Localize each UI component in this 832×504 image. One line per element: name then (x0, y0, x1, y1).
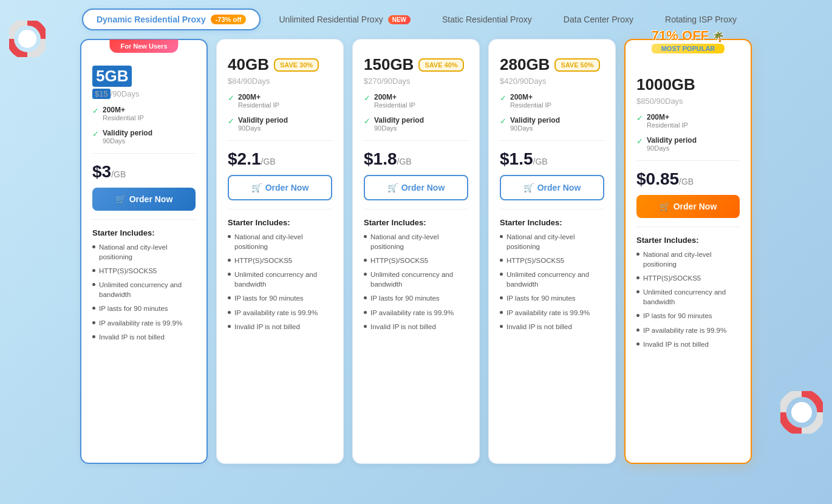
price-value: $84 (228, 77, 241, 86)
ip-type: Residential IP (238, 101, 279, 109)
starter-item: IP availability rate is 99.9% (364, 308, 468, 318)
cart-icon: 🛒 (660, 202, 670, 211)
nav-tab-static[interactable]: Static Residential Proxy (429, 10, 545, 29)
cart-icon: 🛒 (251, 183, 262, 192)
card-price: $850/90Days (636, 95, 740, 106)
starter-item: National and city-level positioning (636, 250, 740, 269)
order-now-button[interactable]: 🛒 Order Now (92, 188, 196, 211)
card-divider (92, 153, 196, 154)
bullet-icon (500, 325, 503, 328)
order-btn-label: Order Now (537, 183, 581, 192)
ip-count: 200M+ (510, 93, 551, 101)
bullet-icon (364, 235, 367, 238)
price-per-gb: $2.1/GB (228, 149, 332, 169)
starter-title: Starter Includes: (228, 218, 332, 227)
bullet-icon (500, 311, 503, 314)
starter-item: National and city-level positioning (228, 232, 332, 251)
starter-item-text: Unlimited concurrency and bandwidth (99, 280, 196, 299)
validity-label: Validity period (374, 116, 424, 124)
starter-item-text: IP availability rate is 99.9% (370, 308, 454, 318)
bullet-icon (228, 325, 231, 328)
starter-item: HTTP(S)/SOCKS5 (500, 256, 604, 265)
check-icon-2: ✓ (92, 129, 99, 138)
validity-label: Validity period (510, 116, 560, 124)
card-gb: 1000GB (636, 75, 740, 94)
ip-feature: ✓ 200M+ Residential IP (364, 93, 468, 109)
decorative-lifebelt-right (780, 391, 823, 434)
ppgb-unit: /GB (397, 157, 412, 166)
starter-item-text: National and city-level positioning (99, 242, 196, 262)
starter-item-text: Unlimited concurrency and bandwidth (370, 270, 468, 289)
price-per-gb: $1.8/GB (364, 149, 468, 169)
starter-item: Invalid IP is not billed (228, 322, 332, 332)
order-btn-label: Order Now (129, 194, 173, 204)
card-price: $420/90Days (500, 75, 604, 86)
card-gb: 150GBSAVE 40% (364, 55, 468, 74)
bullet-icon (500, 296, 503, 299)
starter-item: HTTP(S)/SOCKS5 (228, 256, 332, 265)
starter-item: Invalid IP is not billed (92, 332, 196, 342)
validity-days: 90Days (647, 145, 697, 152)
validity-days: 90Days (374, 124, 424, 132)
starter-item: IP availability rate is 99.9% (228, 308, 332, 318)
starter-item-text: IP availability rate is 99.9% (643, 325, 726, 335)
validity-feature: ✓ Validity period 90Days (636, 136, 740, 152)
validity-label: Validity period (103, 129, 152, 137)
starter-item-text: IP lasts for 90 minutes (99, 304, 168, 313)
starter-item-text: IP availability rate is 99.9% (234, 308, 318, 318)
starter-item-text: HTTP(S)/SOCKS5 (506, 256, 564, 265)
nav-tab-label: Static Residential Proxy (442, 15, 532, 24)
order-now-button[interactable]: 🛒 Order Now (364, 175, 468, 200)
bullet-icon (228, 311, 231, 314)
bullet-icon (92, 283, 95, 286)
card-price: $84/90Days (228, 75, 332, 86)
nav-tab-unlimited[interactable]: Unlimited Residential ProxyNEW (265, 10, 424, 29)
order-now-button[interactable]: 🛒 Order Now (500, 175, 604, 200)
card-divider-2 (364, 209, 468, 209)
order-now-button[interactable]: 🛒 Order Now (228, 175, 332, 200)
nav-tab-dynamic[interactable]: Dynamic Residential Proxy-73% off (82, 9, 261, 30)
bullet-icon (636, 276, 639, 279)
ppgb-unit: /GB (111, 169, 126, 179)
starter-title: Starter Includes: (636, 236, 740, 245)
starter-item-text: IP availability rate is 99.9% (99, 318, 182, 328)
order-btn-label: Order Now (265, 183, 309, 192)
validity-days: 90Days (238, 124, 288, 132)
bullet-icon (228, 296, 231, 299)
bullet-icon (364, 325, 367, 328)
ppgb-unit: /GB (261, 157, 276, 166)
starter-item-text: National and city-level positioning (234, 232, 332, 251)
ppgb-unit: /GB (533, 157, 548, 166)
bullet-icon (92, 307, 95, 310)
check-icon: ✓ (500, 94, 506, 103)
card-gb: 40GBSAVE 30% (228, 55, 332, 74)
svg-point-3 (791, 402, 812, 423)
cart-icon: 🛒 (115, 194, 126, 204)
price-per-gb: $3/GB (92, 162, 196, 182)
bullet-icon (364, 296, 367, 299)
price-value: $850 (636, 97, 654, 106)
bullet-icon (500, 259, 503, 262)
starter-item-text: HTTP(S)/SOCKS5 (643, 273, 701, 283)
check-icon-2: ✓ (636, 137, 643, 146)
bullet-icon (364, 259, 367, 262)
starter-item: Unlimited concurrency and bandwidth (228, 270, 332, 289)
pricing-card-plan-40gb: 40GBSAVE 30%$84/90Days ✓ 200M+ Residenti… (216, 39, 344, 464)
nav-tab-label: Dynamic Residential Proxy (97, 15, 206, 24)
order-now-button[interactable]: 🛒 Order Now (636, 195, 740, 218)
starter-item-text: Unlimited concurrency and bandwidth (506, 270, 604, 289)
starter-item-text: Unlimited concurrency and bandwidth (234, 270, 332, 289)
nav-tab-datacenter[interactable]: Data Center Proxy (550, 10, 647, 29)
check-icon: ✓ (636, 114, 643, 123)
starter-item: Unlimited concurrency and bandwidth (364, 270, 468, 289)
validity-feature: ✓ Validity period 90Days (364, 116, 468, 132)
card-divider-2 (228, 209, 332, 209)
nav-tab-badge-dynamic: -73% off (211, 15, 247, 24)
pricing-card-plan-1000gb: 71% OFF 🌴 MOST POPULAR 1000GB$850/90Days… (624, 39, 752, 464)
decorative-lifebelt-left (9, 21, 46, 57)
nav-tab-rotating[interactable]: Rotating ISP Proxy (652, 10, 750, 29)
card-price: $270/90Days (364, 75, 468, 86)
card-divider (228, 140, 332, 141)
starter-item-text: Invalid IP is not billed (506, 322, 572, 332)
card-divider (636, 160, 740, 161)
